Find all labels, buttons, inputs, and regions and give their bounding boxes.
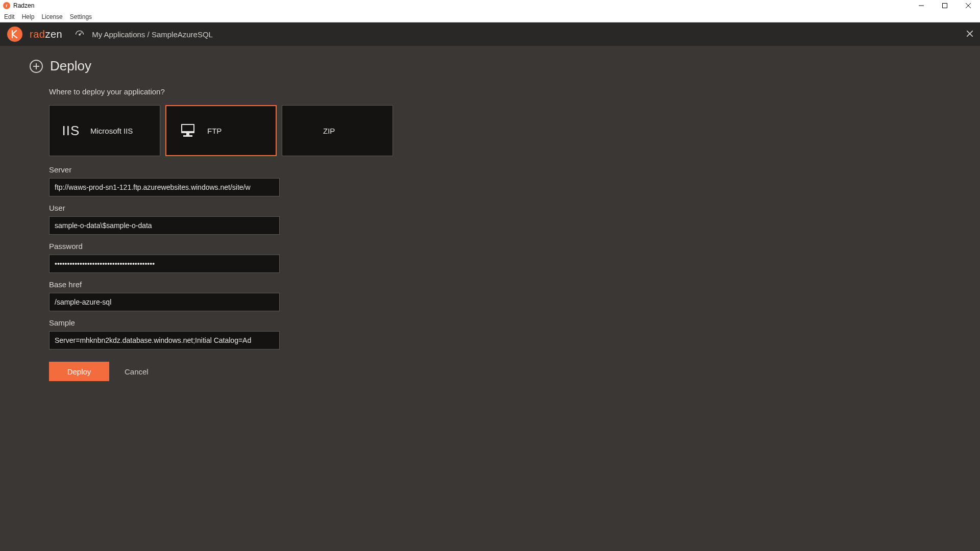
app-header: radzen My Applications / SampleAzureSQL <box>0 22 980 46</box>
panel-close-button[interactable] <box>967 30 973 38</box>
menu-settings[interactable]: Settings <box>70 13 92 20</box>
svg-line-5 <box>80 33 82 35</box>
deploy-prompt: Where to deploy your application? <box>49 87 950 96</box>
logo-text-zen: zen <box>45 29 62 40</box>
deploy-target-iis[interactable]: IIS Microsoft IIS <box>49 105 160 156</box>
page-title-row: Deploy <box>30 58 950 74</box>
os-titlebar: r Radzen <box>0 0 980 11</box>
password-label: Password <box>49 242 280 251</box>
app-area: radzen My Applications / SampleAzureSQL … <box>0 22 980 551</box>
deploy-form: Server User Password Base href Sample <box>49 165 280 349</box>
menu-help[interactable]: Help <box>22 13 35 20</box>
breadcrumb[interactable]: My Applications / SampleAzureSQL <box>92 30 213 39</box>
dashboard-icon[interactable] <box>75 29 85 39</box>
content: Deploy Where to deploy your application?… <box>0 46 980 393</box>
iis-icon: IIS <box>61 123 81 139</box>
deploy-button[interactable]: Deploy <box>49 362 109 381</box>
page-title: Deploy <box>50 58 91 74</box>
svg-rect-12 <box>186 133 189 135</box>
sample-input[interactable] <box>49 331 280 349</box>
svg-rect-13 <box>183 135 192 137</box>
menubar: Edit Help License Settings <box>0 11 980 22</box>
password-input[interactable] <box>49 255 280 273</box>
svg-rect-1 <box>943 4 947 8</box>
menu-edit[interactable]: Edit <box>4 13 15 20</box>
server-label: Server <box>49 165 280 174</box>
window-controls <box>910 0 980 11</box>
window-close-button[interactable] <box>957 0 980 11</box>
sample-label: Sample <box>49 318 280 327</box>
logo-text-rad: rad <box>30 29 45 40</box>
deploy-target-zip[interactable]: ZIP <box>282 105 393 156</box>
user-label: User <box>49 204 280 212</box>
deploy-target-label: FTP <box>207 127 264 135</box>
logo-icon <box>7 27 22 42</box>
ftp-icon <box>178 123 198 138</box>
menu-license[interactable]: License <box>41 13 62 20</box>
window-minimize-button[interactable] <box>910 0 933 11</box>
logo-text: radzen <box>30 29 62 40</box>
app-icon: r <box>3 2 10 9</box>
basehref-input[interactable] <box>49 293 280 311</box>
deploy-target-label: Microsoft IIS <box>90 127 149 135</box>
user-input[interactable] <box>49 216 280 235</box>
window-maximize-button[interactable] <box>933 0 957 11</box>
deploy-target-ftp[interactable]: FTP <box>165 105 277 156</box>
server-input[interactable] <box>49 178 280 196</box>
window-title: Radzen <box>13 2 34 9</box>
plus-circle-icon <box>30 60 43 73</box>
deploy-target-cards: IIS Microsoft IIS FTP ZIP <box>49 105 950 156</box>
cancel-button[interactable]: Cancel <box>125 367 149 376</box>
deploy-target-label: ZIP <box>323 127 381 135</box>
svg-rect-11 <box>182 125 193 131</box>
basehref-label: Base href <box>49 280 280 289</box>
form-buttons: Deploy Cancel <box>49 362 950 381</box>
